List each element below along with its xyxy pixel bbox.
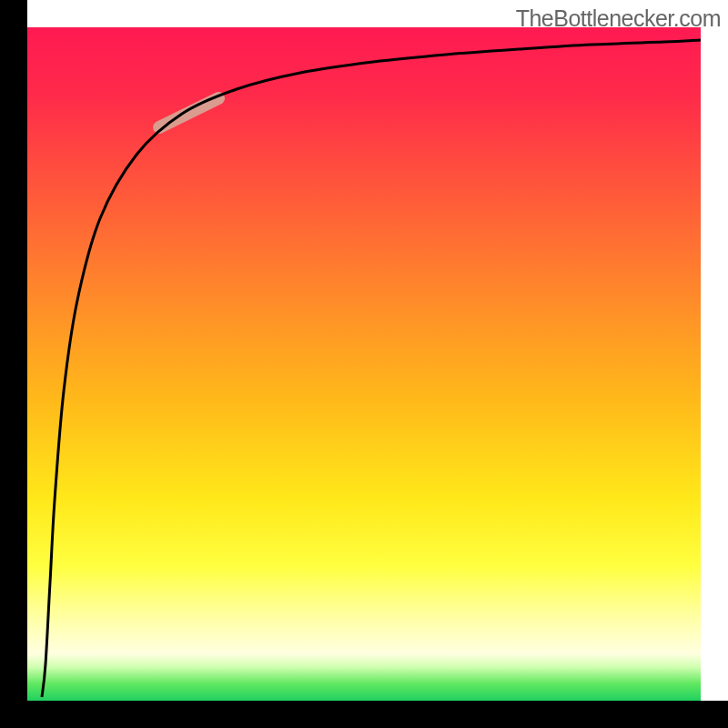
chart-container: TheBottlenecker.com — [0, 0, 728, 728]
curve-layer — [27, 27, 701, 701]
watermark-text: TheBottlenecker.com — [516, 5, 721, 32]
x-axis — [0, 701, 728, 728]
y-axis — [0, 0, 27, 701]
main-curve — [42, 40, 701, 697]
